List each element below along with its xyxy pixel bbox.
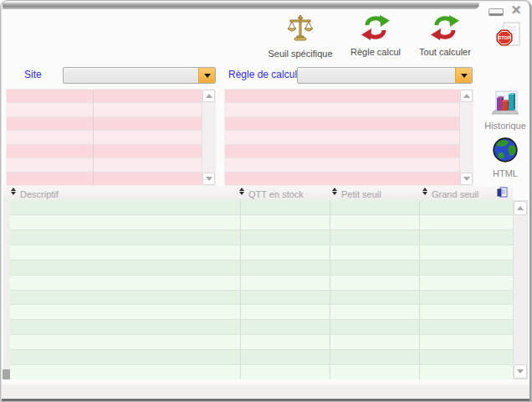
cell-grand-seuil (419, 291, 513, 305)
cell-petit-seuil (330, 365, 419, 379)
html-label: HTML (493, 168, 518, 178)
site-combobox-value (64, 68, 198, 83)
list-item[interactable] (225, 158, 459, 172)
list-item[interactable] (7, 117, 202, 131)
cell-grand-seuil (419, 335, 513, 349)
left-listbox-scrollbar[interactable] (202, 90, 215, 185)
arrow-down-icon (463, 177, 470, 181)
tout-calculer-button[interactable]: Tout calculer (410, 14, 480, 57)
left-listbox-rows (7, 90, 202, 185)
table-row[interactable] (10, 291, 513, 306)
table-scrollbar[interactable] (513, 200, 528, 379)
list-item[interactable] (225, 103, 459, 116)
regle-calcul-button[interactable]: Règle calcul (341, 14, 410, 57)
rule-label: Règle de calcul (228, 69, 297, 80)
table-row[interactable] (10, 350, 513, 365)
scroll-down-button[interactable] (460, 173, 473, 185)
list-item[interactable] (7, 90, 202, 103)
cell-descriptif (10, 245, 240, 260)
list-item[interactable] (7, 158, 202, 172)
list-item[interactable] (225, 173, 459, 185)
column-header-petit-seuil[interactable]: Petit seuil (332, 186, 381, 199)
rule-combobox[interactable] (297, 67, 473, 84)
table-row[interactable] (10, 365, 513, 379)
cell-petit-seuil (330, 291, 419, 305)
cell-petit-seuil (330, 305, 419, 319)
cell-qtt-en-stock (240, 335, 330, 349)
scroll-up-button[interactable] (202, 90, 215, 102)
column-header-grand-seuil[interactable]: Grand seuil (422, 186, 478, 199)
cell-descriptif (10, 305, 240, 319)
html-button[interactable]: HTML (487, 137, 524, 178)
cell-descriptif (10, 230, 240, 245)
arrow-down-icon (517, 369, 524, 374)
title-bar (3, 3, 479, 9)
chevron-down-icon (204, 74, 211, 78)
table-row[interactable] (10, 200, 513, 215)
seuil-specifique-button[interactable]: Seuil spécifique (266, 14, 335, 59)
sort-icon (332, 188, 337, 195)
cell-petit-seuil (330, 335, 419, 349)
cell-descriptif (10, 260, 240, 275)
minimize-button[interactable] (489, 8, 504, 16)
app-window: ✕ Seuil spécifique (0, 0, 532, 402)
cell-qtt-en-stock (240, 291, 330, 305)
scroll-up-button[interactable] (460, 90, 473, 102)
chevron-down-icon (461, 74, 468, 78)
historique-button[interactable]: Historique (483, 90, 528, 131)
list-item[interactable] (7, 103, 202, 116)
table-row[interactable] (10, 305, 513, 320)
cell-grand-seuil (419, 365, 513, 379)
cell-grand-seuil (419, 350, 513, 364)
cell-grand-seuil (419, 320, 513, 334)
table-row[interactable] (10, 276, 513, 291)
cell-grand-seuil (419, 245, 513, 260)
cell-qtt-en-stock (240, 215, 330, 229)
right-listbox-scrollbar[interactable] (459, 90, 473, 185)
cell-petit-seuil (330, 200, 419, 214)
close-button[interactable]: ✕ (506, 2, 526, 18)
list-item[interactable] (225, 117, 459, 131)
recalculate-icon (431, 14, 459, 44)
site-combobox[interactable] (63, 67, 216, 84)
scroll-down-button[interactable] (202, 173, 215, 185)
results-table[interactable] (10, 200, 513, 379)
stop-button[interactable]: STOP (494, 22, 521, 49)
cell-descriptif (10, 350, 240, 364)
right-listbox[interactable] (224, 89, 473, 186)
cell-petit-seuil (330, 260, 419, 275)
status-bar (2, 384, 529, 398)
arrow-up-icon (463, 94, 470, 98)
rule-combobox-dropdown-button[interactable] (455, 68, 472, 83)
list-item[interactable] (7, 145, 202, 158)
arrow-down-icon (206, 177, 212, 181)
stop-text: STOP (499, 35, 511, 40)
sort-icon (239, 188, 244, 195)
site-label: Site (24, 69, 42, 80)
site-combobox-dropdown-button[interactable] (198, 68, 215, 83)
cell-grand-seuil (419, 276, 513, 290)
column-header-qtt-en-stock[interactable]: QTT en stock (239, 186, 304, 199)
list-item[interactable] (7, 131, 202, 144)
list-item[interactable] (225, 145, 459, 158)
scroll-down-button[interactable] (514, 364, 527, 379)
cell-descriptif (10, 215, 240, 229)
list-item[interactable] (7, 173, 202, 185)
scroll-up-button[interactable] (514, 201, 527, 215)
list-item[interactable] (225, 131, 459, 144)
table-row[interactable] (10, 230, 513, 245)
table-row[interactable] (10, 335, 513, 350)
list-item[interactable] (225, 90, 459, 103)
table-row[interactable] (10, 245, 513, 260)
column-header-descriptif[interactable]: Descriptif (11, 186, 59, 199)
globe-icon (492, 137, 519, 167)
table-row[interactable] (10, 260, 513, 276)
seuil-specifique-label: Seuil spécifique (268, 49, 332, 59)
cell-petit-seuil (330, 350, 419, 364)
table-row[interactable] (10, 320, 513, 335)
table-row[interactable] (10, 215, 513, 230)
cell-qtt-en-stock (240, 200, 330, 214)
left-listbox[interactable] (6, 89, 216, 186)
cell-petit-seuil (330, 215, 419, 229)
tout-calculer-label: Tout calculer (419, 47, 471, 57)
